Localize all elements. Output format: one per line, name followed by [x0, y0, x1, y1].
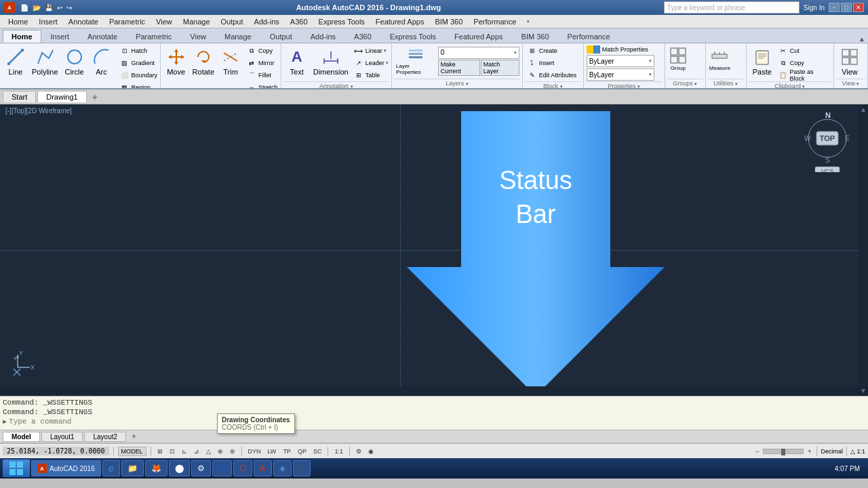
btn-leader[interactable]: ↗Leader▾ [351, 57, 391, 69]
btn-arc[interactable]: Arc [88, 45, 115, 77]
layout-tab-add[interactable]: + [127, 431, 140, 442]
taskbar-word[interactable]: W [212, 460, 232, 476]
qat-open[interactable]: 📂 [31, 4, 42, 12]
tab-bim360[interactable]: BIM 360 [513, 30, 558, 43]
sb-dynin[interactable]: DYN [246, 448, 263, 455]
menu-home[interactable]: Home [3, 16, 33, 27]
vp-drawing1-tab[interactable]: Drawing1 [37, 91, 86, 102]
sb-3dosnap[interactable]: ⊛ [228, 448, 237, 455]
layout-tab-layout2[interactable]: Layout2 [84, 432, 126, 442]
btn-gradient[interactable]: ▨Gradient [117, 57, 160, 69]
btn-dimension[interactable]: Dimension [311, 45, 351, 77]
color-dropdown[interactable]: ByLayer▾ [587, 55, 654, 67]
btn-circle[interactable]: Circle [61, 45, 88, 77]
taskbar-autocad[interactable]: A AutoCAD 2016 [31, 460, 101, 476]
vp-add-tab[interactable]: + [88, 90, 102, 104]
menu-performance[interactable]: Performance [468, 16, 521, 27]
sb-isolate[interactable]: ◉ [366, 448, 376, 455]
menu-addins[interactable]: Add-ins [249, 16, 285, 27]
btn-trim[interactable]: Trim [217, 45, 244, 77]
menu-view[interactable]: View [151, 16, 178, 27]
tab-insert[interactable]: Insert [42, 30, 79, 43]
btn-insert-block[interactable]: ⤵Insert [525, 57, 579, 69]
sb-annoscale[interactable]: △ 1:1 [850, 448, 865, 455]
btn-boundary[interactable]: ⬜Boundary [117, 69, 160, 81]
sb-sc[interactable]: SC [311, 448, 324, 455]
sb-tpmode[interactable]: TP [281, 448, 293, 455]
tab-express[interactable]: Express Tools [381, 30, 445, 43]
menu-insert[interactable]: Insert [33, 16, 63, 27]
btn-linear[interactable]: ⟷Linear▾ [351, 45, 391, 57]
model-button[interactable]: MODEL [118, 447, 146, 456]
sb-isnap[interactable]: △ [204, 448, 213, 455]
layer-dropdown[interactable]: 0▾ [438, 47, 519, 59]
sb-snap[interactable]: ⊡ [167, 448, 177, 455]
ribbon-collapse[interactable]: ▲ [859, 35, 865, 43]
btn-paste-spec[interactable]: 📋Paste as Block [776, 69, 831, 81]
btn-polyline[interactable]: Polyline [29, 45, 61, 77]
viewport-scrollbar-bottom[interactable] [0, 386, 859, 396]
btn-fillet[interactable]: ⌒Fillet [244, 69, 280, 81]
taskbar-app3[interactable]: ◈ [273, 460, 292, 476]
sb-polar[interactable]: ⊿ [192, 448, 201, 455]
cmd-input-row[interactable]: ▶ [3, 417, 865, 426]
sb-decimal[interactable]: Decimal [821, 448, 843, 455]
btn-rotate[interactable]: Rotate [190, 45, 217, 77]
tab-a360[interactable]: A360 [345, 30, 380, 43]
vp-start-tab[interactable]: Start [3, 91, 36, 102]
qat-new[interactable]: 📄 [19, 4, 30, 12]
btn-stretch[interactable]: ↔Stretch [244, 81, 280, 89]
btn-hatch[interactable]: ⊡Hatch [117, 45, 160, 57]
btn-text[interactable]: A Text [283, 45, 311, 77]
tab-addins[interactable]: Add-ins [302, 30, 344, 43]
btn-make-current[interactable]: Make Current [438, 60, 480, 76]
start-button[interactable] [3, 460, 30, 477]
menu-featured[interactable]: Featured Apps [370, 16, 430, 27]
btn-copy-clip[interactable]: ⧉Copy [776, 57, 831, 69]
btn-line[interactable]: Line [2, 45, 29, 77]
btn-copy[interactable]: ⧉Copy [244, 45, 280, 57]
sb-ortho[interactable]: ⊾ [180, 448, 189, 455]
tab-manage[interactable]: Manage [216, 30, 260, 43]
layout-tab-model[interactable]: Model [3, 432, 40, 442]
linetype-dropdown[interactable]: ByLayer▾ [587, 68, 654, 81]
btn-create-block[interactable]: ⊞Create [525, 45, 579, 57]
tab-output[interactable]: Output [261, 30, 301, 43]
btn-measure[interactable]: Measure [708, 45, 732, 73]
tab-performance[interactable]: Performance [559, 30, 619, 43]
tab-annotate[interactable]: Annotate [79, 30, 126, 43]
btn-match-layer[interactable]: Match Layer [481, 60, 519, 76]
qat-undo[interactable]: ↩ [56, 4, 64, 12]
sb-annotation-scale[interactable]: 1:1 [332, 448, 345, 455]
minimize-button[interactable]: − [829, 3, 840, 12]
sb-grid[interactable]: ⊞ [155, 448, 165, 455]
btn-region[interactable]: ▦Region [117, 81, 160, 89]
taskbar-ie[interactable]: e [102, 460, 120, 476]
menu-output[interactable]: Output [216, 16, 249, 27]
menu-manage[interactable]: Manage [178, 16, 216, 27]
sb-osnap[interactable]: ⊕ [216, 448, 225, 455]
zoom-slider[interactable] [763, 449, 804, 454]
tab-featured[interactable]: Featured Apps [446, 30, 512, 43]
btn-move[interactable]: Move [163, 45, 190, 77]
btn-table[interactable]: ⊞Table [351, 69, 391, 81]
tab-view[interactable]: View [181, 30, 215, 43]
btn-paste[interactable]: Paste [749, 45, 776, 77]
taskbar-app4[interactable]: C [293, 460, 311, 476]
tab-parametric[interactable]: Parametric [127, 30, 180, 43]
coordinate-display[interactable]: 25.0184, -1.0728, 0.0000 [3, 447, 109, 455]
taskbar-app2[interactable]: ⬡ [233, 460, 252, 476]
sb-plus-zoom[interactable]: + [806, 448, 813, 455]
qat-save[interactable]: 💾 [43, 4, 54, 12]
taskbar-chrome[interactable]: ⬤ [169, 460, 190, 476]
sb-lweight[interactable]: LW [266, 448, 279, 455]
btn-edit-attributes[interactable]: ✎Edit Attributes [525, 69, 579, 81]
btn-mirror[interactable]: ⇄Mirror [244, 57, 280, 69]
menu-express[interactable]: Express Tools [313, 16, 370, 27]
btn-match-properties[interactable]: Match Properties [602, 46, 648, 53]
btn-layer-props[interactable]: Layer Properties [395, 45, 437, 77]
taskbar-firefox[interactable]: 🦊 [145, 460, 167, 476]
search-bar[interactable]: Type a keyword or phrase [664, 1, 800, 14]
sb-workspace[interactable]: ⚙ [354, 448, 363, 455]
btn-group[interactable]: Group [667, 45, 689, 73]
